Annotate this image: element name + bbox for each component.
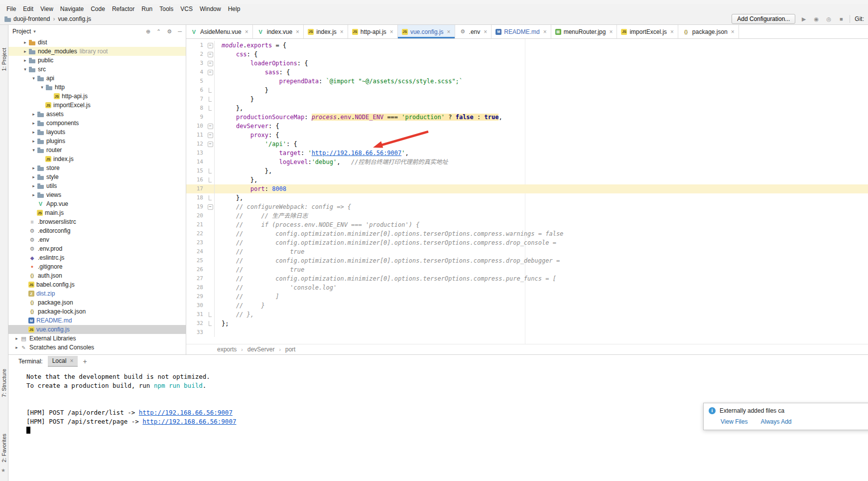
tree-item-api[interactable]: ▾api	[8, 74, 186, 83]
tab-env[interactable]: ⚙.env×	[455, 25, 492, 38]
breadcrumb-devserver[interactable]: devServer	[248, 346, 275, 353]
tab-index-vue[interactable]: Vindex.vue×	[253, 25, 304, 38]
breadcrumb-port[interactable]: port	[285, 346, 296, 353]
menu-help[interactable]: Help	[225, 5, 244, 13]
fold-gutter[interactable]	[206, 86, 215, 95]
tree-item-views[interactable]: ▸views	[8, 190, 186, 199]
menu-view[interactable]: View	[37, 5, 57, 13]
chevron-right-icon[interactable]: ▸	[13, 345, 20, 350]
fold-collapse-icon[interactable]: −	[208, 204, 213, 210]
tree-item-http-api-js[interactable]: JShttp-api.js	[8, 92, 186, 101]
tree-item-package-lock-json[interactable]: {}package-lock.json	[8, 307, 186, 316]
close-icon[interactable]: ×	[447, 28, 451, 35]
fold-gutter[interactable]	[206, 310, 215, 319]
tree-item-dist-zip[interactable]: Zdist.zip	[8, 289, 186, 298]
close-icon[interactable]: ×	[70, 357, 73, 364]
close-icon[interactable]: ×	[340, 28, 344, 35]
tab-index-js[interactable]: JSindex.js×	[304, 25, 348, 38]
stop-icon[interactable]: ■	[837, 16, 845, 22]
chevron-right-icon[interactable]: ▸	[30, 192, 37, 197]
tree-item-http[interactable]: ▾http	[8, 83, 186, 92]
fold-collapse-icon[interactable]: −	[208, 142, 213, 147]
chevron-right-icon[interactable]: ▸	[30, 130, 37, 135]
always-add-link[interactable]: Always Add	[760, 418, 791, 425]
tree-item-eslintrc-js[interactable]: ◆.eslintrc.js	[8, 253, 186, 262]
menu-refactor[interactable]: Refactor	[109, 5, 138, 13]
tab-vue-config-js[interactable]: JSvue.config.js×	[398, 25, 455, 38]
chevron-down-icon[interactable]: ▾	[22, 67, 28, 72]
chevron-right-icon[interactable]: ▸	[30, 139, 37, 144]
tree-item-env[interactable]: ⚙.env	[8, 235, 186, 244]
tree-item-plugins[interactable]: ▸plugins	[8, 137, 186, 146]
tree-item-components[interactable]: ▸components	[8, 119, 186, 128]
tree-item-editorconfig[interactable]: ⚙.editorconfig	[8, 226, 186, 235]
menu-vcs[interactable]: VCS	[177, 5, 196, 13]
fold-gutter[interactable]: −	[206, 59, 215, 68]
chevron-right-icon[interactable]: ▸	[22, 49, 28, 54]
add-configuration-button[interactable]: Add Configuration...	[732, 14, 795, 24]
tab-importexcel-js[interactable]: JSimportExcel.js×	[617, 25, 678, 38]
tree-item-babel-config-js[interactable]: JSbabel.config.js	[8, 280, 186, 289]
tree-item-gitignore[interactable]: ●.gitignore	[8, 262, 186, 271]
menu-tools[interactable]: Tools	[156, 5, 177, 13]
chevron-right-icon[interactable]: ▸	[30, 165, 37, 170]
breadcrumb-exports[interactable]: exports	[217, 346, 237, 353]
tab-readme-md[interactable]: MREADME.md×	[492, 25, 551, 38]
close-icon[interactable]: ×	[670, 28, 674, 35]
code-area[interactable]: 1−module.exports = {2− css: {3− loaderOp…	[186, 39, 868, 344]
tree-item-auth-json[interactable]: {}auth.json	[8, 271, 186, 280]
tab-http-api-js[interactable]: JShttp-api.js×	[348, 25, 398, 38]
tree-item-router[interactable]: ▾router	[8, 146, 186, 155]
close-icon[interactable]: ×	[609, 28, 613, 35]
tree-item-node-modules[interactable]: ▸node_moduleslibrary root	[8, 47, 186, 56]
close-icon[interactable]: ×	[484, 28, 487, 35]
fold-gutter[interactable]: −	[206, 140, 215, 149]
tree-item-package-json[interactable]: {}package.json	[8, 298, 186, 307]
menu-code[interactable]: Code	[87, 5, 109, 13]
tree-item-external-libraries[interactable]: ▸▤External Libraries	[8, 334, 186, 343]
tree-item-app-vue[interactable]: VApp.vue	[8, 199, 186, 208]
tree-item-style[interactable]: ▸style	[8, 172, 186, 181]
close-icon[interactable]: ×	[731, 28, 735, 35]
fold-gutter[interactable]	[206, 95, 215, 104]
debug-icon[interactable]: ◉	[812, 16, 820, 22]
fold-gutter[interactable]: −	[206, 131, 215, 140]
locate-file-icon[interactable]: ⊕	[146, 28, 150, 35]
close-icon[interactable]: ×	[296, 28, 299, 35]
git-widget-label[interactable]: Git:	[855, 15, 864, 22]
fold-gutter[interactable]	[206, 166, 215, 175]
chevron-right-icon[interactable]: ▸	[30, 174, 37, 179]
tab-package-json[interactable]: {}package.json×	[678, 25, 739, 38]
fold-collapse-icon[interactable]: −	[208, 70, 213, 75]
tab-asidemenu-vue[interactable]: VAsideMenu.vue×	[186, 25, 253, 38]
tree-item-browserslistrc[interactable]: ≡.browserslistrc	[8, 217, 186, 226]
collapse-all-icon[interactable]: ⌃	[156, 28, 161, 35]
project-panel-title[interactable]: Project	[12, 28, 31, 35]
tree-item-utils[interactable]: ▸utils	[8, 181, 186, 190]
menu-window[interactable]: Window	[196, 5, 225, 13]
tree-item-importexcel-js[interactable]: JSimportExcel.js	[8, 101, 186, 110]
fold-collapse-icon[interactable]: −	[208, 52, 213, 57]
tab-menurouter-jpg[interactable]: ▦menuRouter.jpg×	[551, 25, 618, 38]
chevron-down-icon[interactable]: ▾	[30, 148, 37, 153]
tree-item-store[interactable]: ▸store	[8, 163, 186, 172]
fold-collapse-icon[interactable]: −	[208, 133, 213, 138]
run-icon[interactable]: ▶	[800, 16, 808, 22]
menu-file[interactable]: File	[3, 5, 19, 13]
tree-item-vue-config-js[interactable]: JSvue.config.js	[8, 325, 186, 334]
tree-item-layouts[interactable]: ▸layouts	[8, 128, 186, 137]
fold-gutter[interactable]: −	[206, 41, 215, 50]
fold-gutter[interactable]: −	[206, 202, 215, 211]
hide-panel-icon[interactable]: ─	[178, 28, 182, 35]
new-terminal-session-icon[interactable]: +	[83, 357, 87, 365]
fold-gutter[interactable]	[206, 175, 215, 184]
breadcrumb-file[interactable]: vue.config.js	[58, 15, 91, 22]
tree-item-dist[interactable]: ▸dist	[8, 38, 186, 47]
chevron-down-icon[interactable]: ▾	[39, 85, 45, 90]
fold-gutter[interactable]	[206, 104, 215, 113]
chevron-down-icon[interactable]: ▾	[30, 76, 37, 81]
tree-item-index-js[interactable]: JSindex.js	[8, 155, 186, 163]
fold-gutter[interactable]: −	[206, 50, 215, 59]
close-icon[interactable]: ×	[543, 28, 547, 35]
chevron-right-icon[interactable]: ▸	[13, 336, 20, 341]
